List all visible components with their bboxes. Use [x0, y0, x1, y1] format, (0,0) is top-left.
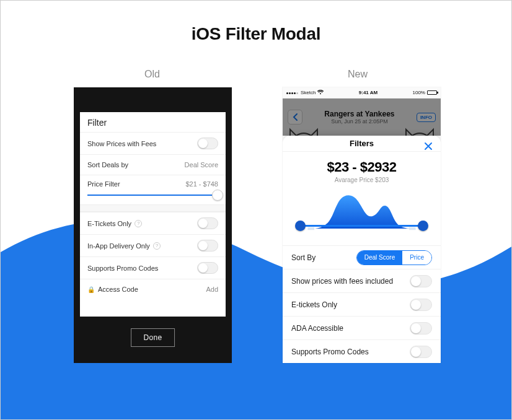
etickets-only-label: E-Tickets Only [87, 220, 131, 227]
show-prices-fees-toggle[interactable] [410, 275, 432, 287]
ada-accessible-row: ADA Accessible [283, 316, 441, 339]
etickets-only-row: E-Tickets Only ? [80, 212, 226, 234]
sort-by-row: Sort By Deal Score Price [283, 245, 441, 269]
back-button[interactable] [288, 110, 302, 125]
sort-deals-row[interactable]: Sort Deals by Deal Score [80, 154, 226, 175]
close-icon [424, 142, 433, 151]
ada-accessible-label: ADA Accessible [291, 324, 343, 333]
sort-option-deal-score[interactable]: Deal Score [357, 251, 402, 265]
new-phone-frame: Sketch 9:41 AM 100% Rangers at Yankees S… [283, 87, 441, 363]
chevron-left-icon [293, 113, 298, 121]
help-icon[interactable]: ? [153, 242, 161, 250]
range-track [300, 225, 423, 227]
event-title: Rangers at Yankees [302, 110, 417, 118]
close-button[interactable] [422, 140, 435, 152]
done-button[interactable]: Done [131, 328, 175, 347]
show-prices-with-fees-toggle[interactable] [197, 138, 218, 149]
supports-promo-label: Supports Promo Codes [87, 265, 158, 272]
price-filter-slider-thumb[interactable] [212, 190, 223, 201]
lock-icon: 🔒 [87, 286, 95, 293]
help-icon[interactable]: ? [135, 220, 142, 227]
show-prices-fees-row: Show prices with fees included [283, 269, 441, 292]
range-thumb-max[interactable] [418, 221, 428, 231]
price-filter-row: Price Filter $21 - $748 [80, 175, 226, 204]
supports-promo-row: Supports Promo Codes [80, 256, 226, 279]
sort-deals-label: Sort Deals by [87, 161, 128, 168]
battery-percent: 100% [413, 90, 425, 95]
supports-promo-row-new: Supports Promo Codes [283, 339, 441, 363]
access-code-row[interactable]: 🔒 Access Code Add [80, 279, 226, 299]
old-filter-header: Filter [80, 112, 226, 132]
range-thumb-min[interactable] [295, 221, 306, 231]
supports-promo-toggle-new[interactable] [410, 346, 432, 358]
battery-icon [427, 90, 437, 95]
new-column-label: New [348, 69, 368, 80]
etickets-only-toggle-new[interactable] [410, 299, 432, 311]
supports-promo-toggle[interactable] [197, 262, 218, 274]
price-filter-slider[interactable] [87, 195, 218, 196]
etickets-only-row-new: E-tickets Only [283, 292, 441, 316]
access-code-add-action[interactable]: Add [206, 286, 218, 293]
event-subtitle: Sun, Jun 25 at 2:05PM [302, 118, 417, 125]
supports-promo-label-new: Supports Promo Codes [291, 348, 369, 356]
access-code-label: Access Code [98, 286, 138, 293]
status-bar: Sketch 9:41 AM 100% [283, 87, 441, 98]
wifi-icon [317, 90, 324, 96]
sort-deals-value: Deal Score [185, 161, 218, 168]
info-button[interactable]: INFO [417, 113, 436, 122]
status-time: 9:41 AM [359, 90, 377, 95]
old-phone-frame: Filter Show Prices with Fees Sort Deals … [74, 87, 232, 363]
filters-sheet: Filters $23 - $2932 Avarage Price $203 [283, 136, 441, 363]
price-histogram-slider[interactable] [291, 190, 432, 235]
old-filter-panel: Filter Show Prices with Fees Sort Deals … [80, 112, 226, 317]
show-prices-with-fees-label: Show Prices with Fees [87, 140, 156, 147]
sort-by-label: Sort By [291, 253, 316, 262]
inapp-delivery-toggle[interactable] [197, 240, 218, 252]
show-prices-fees-label: Show prices with fees included [291, 277, 393, 286]
inapp-delivery-row: In-App Delivery Only ? [80, 234, 226, 256]
average-price-label: Avarage Price $203 [283, 177, 441, 183]
price-range-value: $23 - $2932 [283, 159, 441, 175]
sort-option-price[interactable]: Price [402, 251, 431, 265]
etickets-only-toggle[interactable] [197, 217, 218, 229]
old-column-label: Old [144, 69, 160, 80]
histogram-chart-icon [291, 190, 432, 235]
dimmed-background: Rangers at Yankees Sun, Jun 25 at 2:05PM… [283, 98, 441, 136]
price-filter-label: Price Filter [87, 180, 120, 188]
inapp-delivery-label: In-App Delivery Only [87, 242, 150, 250]
signal-dots-icon [286, 90, 299, 95]
page-title: iOS Filter Modal [1, 24, 511, 44]
filters-sheet-title: Filters [350, 139, 374, 148]
show-prices-with-fees-row: Show Prices with Fees [80, 132, 226, 154]
etickets-only-label-new: E-tickets Only [291, 300, 337, 309]
carrier-label: Sketch [301, 90, 316, 95]
sort-segmented-control: Deal Score Price [356, 250, 432, 265]
price-filter-value: $21 - $748 [185, 180, 218, 188]
ada-accessible-toggle[interactable] [410, 322, 432, 335]
section-divider [80, 204, 226, 212]
